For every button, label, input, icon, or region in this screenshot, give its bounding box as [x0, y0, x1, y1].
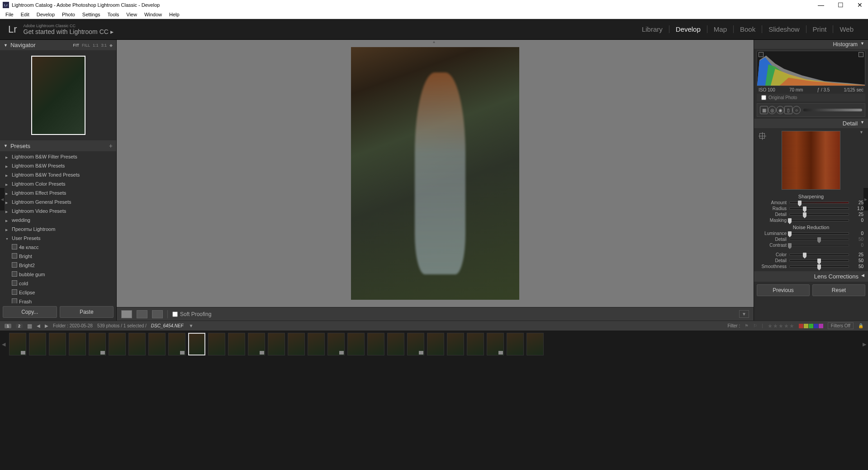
slider-track[interactable]	[789, 213, 849, 216]
secondary-monitor-badge[interactable]: 2	[16, 324, 23, 328]
menu-develop[interactable]: Develop	[33, 11, 58, 18]
menu-view[interactable]: View	[123, 11, 141, 18]
slider-thumb[interactable]	[817, 259, 821, 263]
filters-off[interactable]: Filters Off	[828, 322, 854, 329]
histogram-header[interactable]: Histogram▼	[754, 40, 868, 49]
filmstrip-thumb[interactable]	[268, 333, 285, 355]
filmstrip-thumb[interactable]	[347, 333, 365, 355]
filmstrip-thumb[interactable]	[29, 333, 46, 355]
right-panel-toggle[interactable]: ▶	[863, 188, 868, 211]
filmstrip-thumb[interactable]	[208, 333, 225, 355]
slider-amount[interactable]: Amount25	[754, 200, 868, 206]
slider-value[interactable]: 50	[852, 264, 863, 269]
nav-back-icon[interactable]: ◀	[37, 323, 40, 328]
color-label-filter[interactable]	[799, 324, 823, 328]
slider-track[interactable]	[789, 219, 849, 221]
filmstrip-thumb[interactable]	[248, 333, 265, 355]
slider-track[interactable]	[789, 232, 849, 235]
filmstrip-thumb[interactable]	[487, 333, 504, 355]
slider-detail[interactable]: Detail50	[754, 258, 868, 264]
filmstrip-thumb[interactable]	[327, 333, 345, 355]
slider-value[interactable]: 1,0	[852, 206, 863, 211]
menu-tools[interactable]: Tools	[104, 11, 123, 18]
previous-button[interactable]: Previous	[757, 284, 810, 296]
module-slideshow[interactable]: Slideshow	[762, 25, 806, 33]
slider-thumb[interactable]	[803, 212, 806, 216]
slider-color[interactable]: Color25	[754, 252, 868, 258]
loupe-view-button[interactable]	[121, 310, 132, 318]
slider-value[interactable]: 50	[852, 258, 863, 263]
reset-button[interactable]: Reset	[812, 284, 865, 296]
preset-item[interactable]: Bright	[0, 252, 116, 261]
photo-canvas[interactable]	[117, 40, 754, 307]
filmstrip-thumb[interactable]	[387, 333, 404, 355]
menu-file[interactable]: File	[2, 11, 17, 18]
slider-value[interactable]: 0	[852, 243, 863, 248]
filter-lock-icon[interactable]: 🔒	[858, 323, 863, 328]
presets-header[interactable]: ▼ Presets +	[0, 140, 116, 151]
filmstrip-thumb[interactable]	[407, 333, 424, 355]
slider-thumb[interactable]	[798, 201, 802, 205]
preset-item[interactable]: bubble gum	[0, 270, 116, 279]
preset-item[interactable]: cold	[0, 279, 116, 288]
filmstrip-thumb[interactable]	[367, 333, 384, 355]
slider-value[interactable]: 0	[852, 231, 863, 236]
paste-button[interactable]: Paste	[60, 306, 114, 318]
module-map[interactable]: Map	[707, 25, 734, 33]
shadow-clipping-icon[interactable]	[759, 52, 764, 57]
slider-value[interactable]: 25	[852, 200, 863, 205]
slider-track[interactable]	[789, 259, 849, 262]
slider-luminance[interactable]: Luminance0	[754, 230, 868, 236]
module-print[interactable]: Print	[806, 25, 834, 33]
menu-edit[interactable]: Edit	[17, 11, 33, 18]
get-started-link[interactable]: Get started with Lightroom CC ▸	[24, 28, 114, 35]
slider-detail[interactable]: Detail50	[754, 236, 868, 242]
preset-group[interactable]: wedding	[0, 216, 116, 225]
filmstrip-thumb[interactable]	[188, 333, 205, 355]
zoom-fit[interactable]: FIT	[73, 43, 79, 48]
slider-track[interactable]	[789, 244, 849, 246]
filmstrip-thumb[interactable]	[447, 333, 464, 355]
slider-track[interactable]	[789, 238, 849, 240]
add-preset-icon[interactable]: +	[109, 142, 113, 149]
filmstrip-right-icon[interactable]: ▶	[863, 341, 866, 347]
menu-help[interactable]: Help	[166, 11, 183, 18]
filmstrip-thumb[interactable]	[427, 333, 444, 355]
filmstrip-thumb[interactable]	[308, 333, 325, 355]
preset-item[interactable]: Bright2	[0, 261, 116, 270]
filmstrip-thumb[interactable]	[467, 333, 484, 355]
slider-thumb[interactable]	[803, 253, 806, 257]
filmstrip-thumb[interactable]	[89, 333, 106, 355]
histogram[interactable]	[757, 51, 865, 86]
preset-item[interactable]: Eclipse	[0, 288, 116, 297]
original-photo-checkbox[interactable]: Original Photo	[757, 94, 865, 101]
menu-window[interactable]: Window	[141, 11, 166, 18]
close-button[interactable]: ✕	[854, 1, 865, 9]
slider-smoothness[interactable]: Smoothness50	[754, 264, 868, 269]
spot-removal-icon[interactable]: ◎	[768, 106, 776, 114]
radial-filter-icon[interactable]: ○	[792, 106, 801, 114]
slider-thumb[interactable]	[817, 264, 821, 269]
preset-group[interactable]: Lightroom B&W Toned Presets	[0, 170, 116, 179]
slider-thumb[interactable]	[788, 231, 792, 235]
toolbar-menu-icon[interactable]: ▼	[739, 310, 749, 318]
slider-track[interactable]	[789, 265, 849, 268]
slider-track[interactable]	[789, 201, 849, 204]
slider-masking[interactable]: Masking0	[754, 217, 868, 223]
filmstrip-thumb[interactable]	[69, 333, 86, 355]
module-library[interactable]: Library	[636, 25, 669, 33]
filter-reject-icon[interactable]: ⚐	[753, 323, 757, 328]
folder-path[interactable]: Folder : 2020-05-28	[53, 323, 93, 328]
redeye-tool-icon[interactable]: ◉	[776, 106, 784, 114]
slider-value[interactable]: 50	[852, 237, 863, 242]
filmstrip-thumb[interactable]	[526, 333, 544, 355]
detail-preview[interactable]	[782, 131, 840, 190]
before-after-tb-button[interactable]	[152, 310, 163, 318]
primary-monitor-badge[interactable]: 1	[5, 324, 11, 328]
minimize-button[interactable]: —	[815, 1, 827, 9]
soft-proofing-checkbox[interactable]: Soft Proofing	[172, 311, 211, 317]
preset-group[interactable]: Lightroom General Presets	[0, 197, 116, 206]
detail-disclosure-icon[interactable]: ▼	[859, 130, 863, 134]
slider-thumb[interactable]	[788, 243, 792, 247]
filmstrip-thumb[interactable]	[288, 333, 305, 355]
